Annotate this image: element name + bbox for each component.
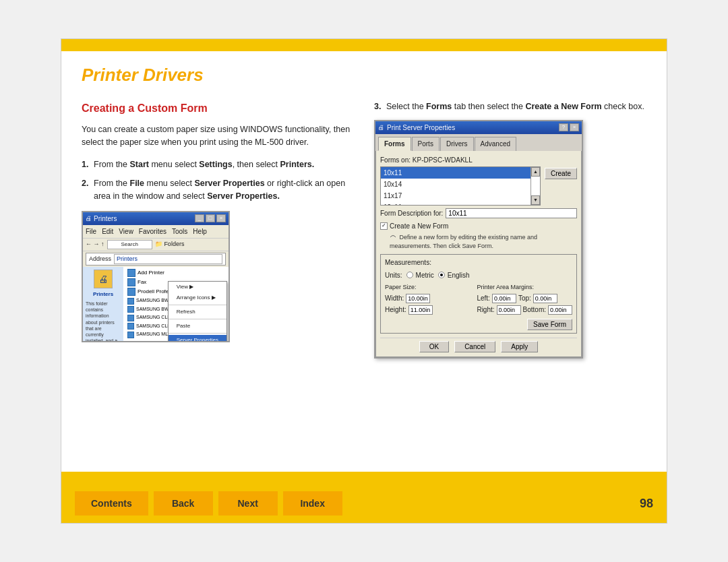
win-main-area: Add Printer Fax Prodell Professional ML-… (123, 267, 229, 342)
tab-forms[interactable]: Forms (378, 137, 411, 151)
win-body: 🖨 Printers This folder contains informat… (83, 267, 229, 342)
contents-button[interactable]: Contents (75, 491, 148, 516)
back-button[interactable]: Back (154, 491, 213, 516)
margins-col: Printer Area Margins: Left: Top: Right: (477, 283, 572, 317)
win-sidebar: 🖨 Printers This folder contains informat… (83, 267, 123, 342)
left-row: Left: Top: (477, 293, 572, 303)
nav-buttons: Contents Back Next Index (75, 491, 342, 516)
create-btn[interactable]: Create (545, 168, 577, 179)
steps-list: 1. From the Start menu select Settings, … (82, 158, 354, 203)
context-menu-refresh[interactable]: Refresh (169, 307, 226, 317)
measurements-label: Measurements: (385, 257, 572, 268)
section-title: Creating a Custom Form (82, 100, 354, 117)
radio-metric[interactable] (406, 272, 413, 278)
form-list-item-10x14[interactable]: 10x14 (381, 179, 530, 190)
height-row: Height: (385, 305, 470, 315)
context-menu: View ▶ Arrange Icons ▶ Refresh Paste Ser… (168, 281, 227, 342)
sidebar-printer-icon: 🖨 (94, 270, 113, 288)
win-maximize-btn[interactable]: □ (206, 214, 215, 222)
win-menubar: File Edit View Favorites Tools Help (83, 225, 229, 239)
main-content: Printer Drivers Creating a Custom Form Y… (61, 51, 667, 472)
intro-text: You can create a custom paper size using… (82, 123, 354, 149)
paper-size-col: Paper Size: Width: Height: (385, 283, 470, 317)
step3-list: 3. Select the Forms tab then select the … (374, 100, 646, 113)
units-row: Units: Metric English (385, 270, 572, 280)
context-menu-paste[interactable]: Paste (169, 321, 226, 332)
scroll-track (531, 177, 540, 195)
win-titlebar: 🖨 Printers _ □ × (83, 212, 229, 225)
step-3: 3. Select the Forms tab then select the … (374, 100, 646, 113)
bottom-nav: Contents Back Next Index 98 (61, 484, 667, 523)
bottom-input[interactable] (548, 305, 572, 315)
tab-drivers[interactable]: Drivers (440, 137, 474, 151)
dialog-footer: OK Cancel Apply (380, 338, 577, 352)
save-form-row: Save Form (385, 319, 572, 330)
step-3-text: 3. Select the Forms tab then select the … (374, 100, 646, 113)
create-new-form-checkbox[interactable]: ✓ (380, 222, 388, 230)
height-input[interactable] (408, 305, 433, 315)
dialog-body: Forms on: KP-DPSC-WDAKLL 10x11 10x14 11x… (375, 151, 582, 358)
measurements-group: Measurements: Units: Metric English (380, 254, 577, 334)
ok-button[interactable]: OK (419, 341, 449, 352)
context-menu-view[interactable]: View ▶ (169, 282, 226, 292)
form-desc-input[interactable] (446, 208, 577, 218)
win-close-btn[interactable]: × (216, 214, 226, 222)
form-list-item-10x11[interactable]: 10x11 (381, 167, 530, 179)
step-1: 1. From the Start menu select Settings, … (82, 158, 354, 171)
form-desc-row: Form Description for: (380, 208, 577, 218)
left-input[interactable] (492, 294, 516, 303)
context-menu-server-props[interactable]: Server Properties (169, 335, 226, 342)
dialog-titlebar: 🖨 Print Server Properties ? × (375, 121, 582, 134)
cancel-button[interactable]: Cancel (454, 341, 495, 352)
win-minimize-btn[interactable]: _ (195, 214, 204, 222)
tab-ports[interactable]: Ports (412, 137, 439, 151)
page-title: Printer Drivers (82, 65, 646, 90)
index-button[interactable]: Index (283, 491, 342, 516)
printers-screenshot: 🖨 Printers _ □ × File Edit View Fa (82, 211, 230, 342)
apply-button[interactable]: Apply (501, 341, 538, 352)
printer-item: Add Printer (126, 268, 226, 278)
width-input[interactable] (406, 294, 430, 303)
win-toolbar: ← → ↑ Search 📁 Folders (83, 239, 229, 251)
paper-margins-row: Paper Size: Width: Height: (385, 283, 572, 317)
dialog-help-btn[interactable]: ? (559, 123, 568, 131)
page-container: Printer Drivers Creating a Custom Form Y… (61, 38, 667, 524)
form-list-item-11x17[interactable]: 11x17 (381, 190, 530, 201)
dialog-close-btn[interactable]: × (570, 123, 579, 131)
bottom-border (61, 472, 667, 484)
forms-on-label: Forms on: KP-DPSC-WDAKLL (380, 155, 577, 165)
top-input[interactable] (533, 294, 557, 303)
next-button[interactable]: Next (218, 491, 278, 516)
dialog-tabs: Forms Ports Drivers Advanced (375, 134, 582, 151)
right-column: 3. Select the Forms tab then select the … (374, 100, 646, 465)
right-input[interactable] (497, 305, 521, 315)
content-area: Creating a Custom Form You can create a … (82, 100, 646, 465)
save-form-btn[interactable]: Save Form (527, 319, 572, 330)
radio-english[interactable] (438, 272, 445, 278)
page-number: 98 (640, 497, 653, 511)
right-row: Right: Bottom: (477, 305, 572, 315)
win-address-bar: Address Printers (86, 253, 226, 266)
scroll-up[interactable]: ▲ (531, 167, 540, 177)
step-2: 2. From the File menu select Server Prop… (82, 177, 354, 203)
context-menu-arrange[interactable]: Arrange Icons ▶ (169, 292, 226, 303)
define-note: Define a new form by editing the existin… (380, 233, 577, 251)
print-server-dialog: 🖨 Print Server Properties ? × Forms Port… (374, 120, 583, 359)
top-border (61, 39, 667, 51)
forms-scrollbar[interactable]: ▲ ▼ (530, 167, 540, 205)
width-row: Width: (385, 293, 470, 303)
scroll-down[interactable]: ▼ (531, 195, 540, 205)
left-column: Creating a Custom Form You can create a … (82, 100, 354, 465)
create-new-form-checkbox-row: ✓ Create a New Form (380, 221, 577, 231)
form-list-item-12x11[interactable]: 12x11 (381, 201, 530, 205)
forms-listbox: 10x11 10x14 11x17 12x11 ▲ ▼ (380, 166, 541, 206)
tab-advanced[interactable]: Advanced (475, 137, 516, 151)
